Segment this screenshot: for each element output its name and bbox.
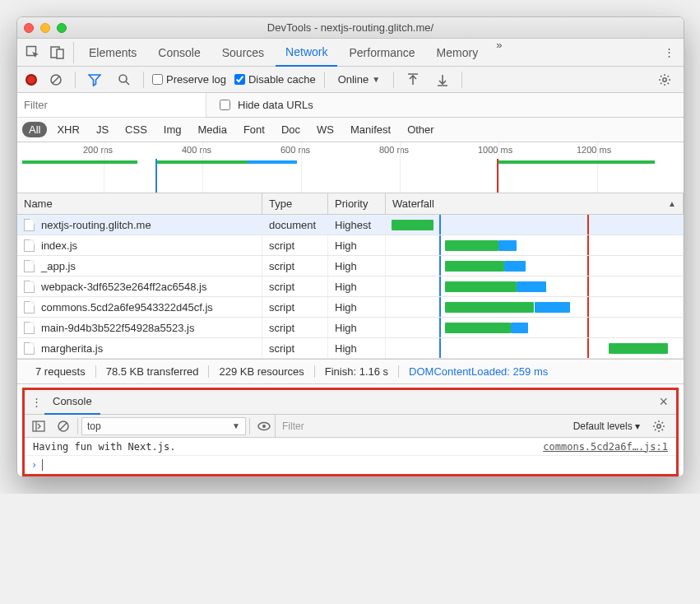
- request-priority: High: [328, 338, 386, 358]
- type-filter-all[interactable]: All: [22, 122, 47, 137]
- tab-elements[interactable]: Elements: [79, 39, 146, 67]
- disable-cache-label: Disable cache: [248, 73, 316, 86]
- request-type: script: [262, 338, 328, 358]
- console-toolbar: top ▼ Filter Default levels ▾: [25, 415, 676, 438]
- disable-cache-checkbox[interactable]: Disable cache: [234, 73, 316, 86]
- file-icon: [24, 260, 35, 272]
- svg-point-9: [663, 77, 666, 81]
- console-levels-select[interactable]: Default levels ▾: [573, 420, 640, 432]
- network-filter-input[interactable]: [17, 93, 206, 118]
- summary-transferred: 78.5 KB transferred: [96, 365, 210, 378]
- type-filter-font[interactable]: Font: [237, 122, 271, 137]
- type-filter-js[interactable]: JS: [90, 122, 115, 137]
- type-filter-img[interactable]: Img: [157, 122, 188, 137]
- type-filter-xhr[interactable]: XHR: [50, 122, 86, 137]
- preserve-log-label: Preserve log: [166, 73, 226, 86]
- domcontentloaded-marker: [155, 159, 157, 193]
- table-header: Name Type Priority Waterfall ▲: [17, 193, 684, 215]
- table-row[interactable]: main-9d4b3b522f54928a5523.jsscriptHigh: [17, 318, 684, 338]
- network-table: Name Type Priority Waterfall ▲ nextjs-ro…: [17, 193, 684, 360]
- console-source-link[interactable]: commons.5cd2a6f….js:1: [543, 441, 668, 453]
- tick-label: 1000 ms: [478, 145, 512, 155]
- column-type[interactable]: Type: [262, 193, 328, 214]
- inspect-element-icon[interactable]: [22, 42, 44, 63]
- upload-har-icon[interactable]: [402, 69, 424, 91]
- summary-finish: Finish: 1.16 s: [315, 365, 399, 378]
- load-marker: [497, 159, 498, 193]
- clear-icon[interactable]: [45, 69, 67, 91]
- svg-point-15: [262, 425, 266, 428]
- table-row[interactable]: margherita.jsscriptHigh: [17, 338, 684, 359]
- request-name: webpack-3df6523e264ff2ac6548.js: [41, 281, 206, 293]
- close-drawer-button[interactable]: ×: [651, 393, 676, 411]
- file-icon: [24, 281, 35, 293]
- tabs-overflow-button[interactable]: »: [489, 39, 508, 67]
- network-toolbar: Preserve log Disable cache Online ▼: [17, 67, 684, 93]
- type-filter-ws[interactable]: WS: [310, 122, 341, 137]
- column-priority[interactable]: Priority: [328, 193, 386, 214]
- summary-dcl: DOMContentLoaded: 259 ms: [399, 365, 558, 378]
- drawer-menu-icon[interactable]: ⋮: [28, 392, 44, 413]
- tick-label: 1200 ms: [577, 145, 611, 155]
- type-filter-css[interactable]: CSS: [118, 122, 154, 137]
- table-row[interactable]: webpack-3df6523e264ff2ac6548.jsscriptHig…: [17, 276, 684, 297]
- preserve-log-checkbox[interactable]: Preserve log: [152, 73, 226, 86]
- hide-data-urls-label: Hide data URLs: [238, 99, 313, 111]
- timeline-overview[interactable]: 200 ms 400 ms 600 ms 800 ms 1000 ms 1200…: [17, 142, 684, 193]
- tab-network[interactable]: Network: [276, 39, 337, 67]
- console-input[interactable]: ›: [25, 456, 676, 474]
- column-waterfall[interactable]: Waterfall ▲: [386, 193, 684, 214]
- column-name[interactable]: Name: [17, 193, 262, 214]
- throttling-select[interactable]: Online ▼: [333, 73, 385, 86]
- console-context-select[interactable]: top ▼: [81, 417, 246, 435]
- console-clear-icon[interactable]: [53, 416, 74, 437]
- network-filter-bar: Hide data URLs: [17, 93, 684, 118]
- drawer-tab-console[interactable]: Console: [44, 390, 100, 415]
- request-name: main-9d4b3b522f54928a5523.js: [41, 322, 195, 334]
- tab-console[interactable]: Console: [148, 39, 210, 67]
- summary-resources: 229 KB resources: [209, 365, 314, 378]
- type-filter-manifest[interactable]: Manifest: [344, 122, 397, 137]
- console-log-entry[interactable]: Having fun with Next.js. commons.5cd2a6f…: [25, 438, 676, 456]
- tab-memory[interactable]: Memory: [427, 39, 489, 67]
- console-settings-icon[interactable]: [648, 416, 670, 437]
- device-toolbar-icon[interactable]: [47, 42, 68, 63]
- filter-icon[interactable]: [84, 69, 105, 91]
- file-icon: [24, 322, 35, 334]
- download-har-icon[interactable]: [432, 69, 453, 91]
- chevron-down-icon: ▼: [372, 75, 380, 84]
- request-priority: Highest: [328, 215, 386, 235]
- waterfall-cell: [386, 276, 684, 296]
- type-filter-doc[interactable]: Doc: [275, 122, 307, 137]
- prompt-caret-icon: ›: [31, 459, 37, 471]
- console-filter-input[interactable]: Filter: [282, 420, 565, 432]
- console-drawer-highlight: ⋮ Console × top ▼: [22, 388, 679, 476]
- network-summary: 7 requests 78.5 KB transferred 229 KB re…: [17, 360, 684, 384]
- request-name: _app.js: [41, 260, 76, 272]
- settings-menu-icon[interactable]: ⋮: [659, 42, 679, 63]
- table-row[interactable]: commons.5cd2a6fe9543322d45cf.jsscriptHig…: [17, 297, 684, 318]
- record-button[interactable]: [25, 74, 37, 86]
- hide-data-urls-checkbox[interactable]: Hide data URLs: [206, 97, 313, 113]
- type-filter-other[interactable]: Other: [401, 122, 441, 137]
- network-settings-icon[interactable]: [654, 69, 675, 91]
- panel-tabs: Elements Console Sources Network Perform…: [79, 39, 659, 67]
- tab-sources[interactable]: Sources: [212, 39, 274, 67]
- waterfall-cell: [386, 235, 684, 255]
- console-message: Having fun with Next.js.: [33, 441, 543, 453]
- request-priority: High: [328, 256, 386, 276]
- request-type: script: [262, 235, 328, 255]
- tab-performance[interactable]: Performance: [339, 39, 424, 67]
- table-row[interactable]: nextjs-routing.glitch.medocumentHighest: [17, 215, 684, 235]
- request-name: commons.5cd2a6fe9543322d45cf.js: [41, 301, 213, 314]
- search-icon[interactable]: [114, 69, 135, 91]
- console-sidebar-icon[interactable]: [28, 416, 49, 437]
- drawer-tabs: ⋮ Console ×: [25, 390, 676, 415]
- type-filter-media[interactable]: Media: [191, 122, 233, 137]
- live-expression-icon[interactable]: [253, 416, 275, 437]
- window-title: DevTools - nextjs-routing.glitch.me/: [17, 21, 684, 34]
- tick-label: 400 ms: [182, 145, 211, 155]
- request-priority: High: [328, 297, 386, 317]
- table-row[interactable]: _app.jsscriptHigh: [17, 256, 684, 276]
- table-row[interactable]: index.jsscriptHigh: [17, 235, 684, 256]
